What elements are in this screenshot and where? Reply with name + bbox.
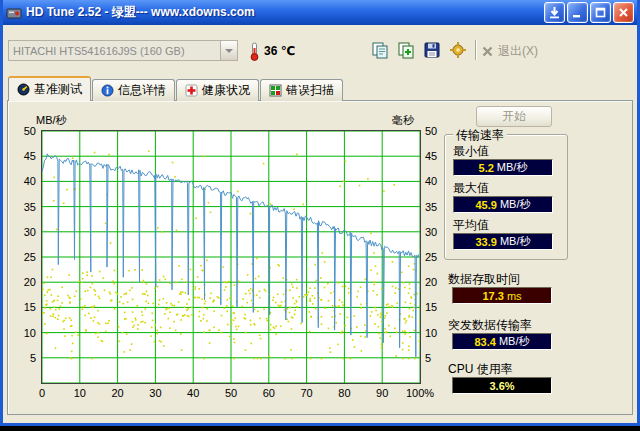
tab-health[interactable]: 健康状况	[176, 79, 259, 101]
y-tick-left: 20	[12, 277, 36, 288]
avg-unit: MB/秒	[500, 234, 531, 249]
exit-button[interactable]: 退出(X)	[481, 40, 538, 62]
thermometer-icon	[249, 42, 260, 61]
x-tick: 60	[253, 388, 285, 399]
access-time-unit: ms	[507, 290, 522, 302]
min-value-box: 5.2 MB/秒	[453, 159, 553, 176]
max-label: 最大值	[453, 180, 489, 197]
save-icon	[423, 41, 441, 59]
minimize-button[interactable]	[567, 2, 588, 23]
close-button[interactable]	[613, 2, 634, 23]
x-tick: 100%	[404, 388, 436, 399]
y-tick-left: 45	[12, 151, 36, 162]
cpu-usage-value: 3.6%	[489, 380, 514, 392]
hdtune-window: HD Tune 2.52 - 绿盟--- www.xdowns.com HITA…	[0, 0, 640, 426]
download-icon	[548, 6, 561, 19]
y-tick-left: 10	[12, 328, 36, 339]
burst-rate-unit: MB/秒	[499, 334, 530, 349]
maximize-button[interactable]	[590, 2, 611, 23]
min-value: 5.2	[479, 162, 494, 174]
x-tick: 40	[177, 388, 209, 399]
x-tick: 90	[366, 388, 398, 399]
avg-value: 33.9	[476, 236, 497, 248]
access-time-value: 17.3	[482, 290, 503, 302]
burst-rate-label: 突发数据传输率	[448, 317, 532, 334]
y-tick-right: 5	[425, 353, 449, 364]
x-tick: 0	[26, 388, 58, 399]
cpu-usage-label: CPU 使用率	[448, 361, 513, 378]
toolbar-separator	[475, 40, 477, 60]
start-button[interactable]: 开始	[476, 106, 552, 127]
x-tick: 30	[139, 388, 171, 399]
y-tick-left: 30	[12, 227, 36, 238]
titlebar-buttons	[544, 2, 634, 23]
options-button[interactable]	[446, 38, 470, 62]
max-value: 45.9	[476, 199, 497, 211]
x-tick: 50	[215, 388, 247, 399]
x-tick: 80	[328, 388, 360, 399]
copy-image-button[interactable]	[368, 38, 392, 62]
benchmark-panel: 开始 MB/秒 毫秒 50504545404035353030252520201…	[7, 100, 633, 415]
exit-icon	[481, 45, 494, 58]
max-value-box: 45.9 MB/秒	[453, 196, 553, 213]
tab-health-label: 健康状况	[202, 82, 250, 99]
exit-label: 退出(X)	[498, 43, 538, 60]
benchmark-chart	[41, 130, 421, 384]
copy-text-icon	[397, 41, 415, 59]
avg-label: 平均值	[453, 217, 489, 234]
titlebar[interactable]: HD Tune 2.52 - 绿盟--- www.xdowns.com	[3, 0, 637, 25]
tab-benchmark-label: 基准测试	[34, 81, 82, 98]
min-unit: MB/秒	[497, 160, 528, 175]
drive-select-arrow[interactable]	[220, 41, 237, 60]
temperature-indicator: 36 ℃	[249, 41, 295, 61]
app-icon	[6, 5, 22, 21]
screen: HD Tune 2.52 - 绿盟--- www.xdowns.com HITA…	[0, 0, 640, 431]
max-unit: MB/秒	[500, 197, 531, 212]
y-tick-left: 25	[12, 252, 36, 263]
y-tick-right: 10	[425, 328, 449, 339]
avg-value-box: 33.9 MB/秒	[453, 233, 553, 250]
tab-error-scan[interactable]: 错误扫描	[260, 79, 343, 101]
tab-info-label: 信息详情	[118, 82, 166, 99]
burst-rate-value-box: 83.4 MB/秒	[452, 333, 552, 350]
y-tick-left: 40	[12, 176, 36, 187]
options-icon	[449, 41, 467, 59]
scan-grid-icon	[269, 84, 282, 97]
tab-benchmark[interactable]: 基准测试	[8, 76, 91, 101]
burst-rate-value: 83.4	[475, 336, 496, 348]
download-button[interactable]	[544, 2, 565, 23]
tab-error-scan-label: 错误扫描	[286, 82, 334, 99]
save-button[interactable]	[420, 38, 444, 62]
temperature-value: 36 ℃	[264, 44, 295, 58]
transfer-rate-group-title: 传输速率	[453, 127, 507, 144]
min-label: 最小值	[453, 143, 489, 160]
window-title: HD Tune 2.52 - 绿盟--- www.xdowns.com	[26, 4, 255, 21]
y-tick-left: 50	[12, 126, 36, 137]
y-tick-right: 15	[425, 302, 449, 313]
maximize-icon	[594, 6, 607, 19]
access-time-value-box: 17.3 ms	[452, 287, 552, 304]
x-tick: 10	[64, 388, 96, 399]
transfer-rate-group: 传输速率 最小值 5.2 MB/秒 最大值 45.9 MB/秒 平均值 33.9…	[444, 134, 568, 260]
y-right-axis-label: 毫秒	[392, 113, 414, 128]
x-tick: 70	[291, 388, 323, 399]
drive-select[interactable]: HITACHI HTS541616J9S (160 GB)	[8, 40, 238, 61]
y-left-axis-label: MB/秒	[36, 113, 67, 128]
minimize-icon	[571, 6, 584, 19]
health-cross-icon	[185, 84, 198, 97]
info-icon	[101, 84, 114, 97]
chevron-down-icon	[225, 49, 233, 53]
y-tick-left: 35	[12, 202, 36, 213]
y-tick-left: 5	[12, 353, 36, 364]
tab-strip: 基准测试 信息详情 健康状况 错误扫描	[8, 76, 344, 101]
y-tick-left: 15	[12, 302, 36, 313]
copy-text-button[interactable]	[394, 38, 418, 62]
cpu-usage-value-box: 3.6%	[452, 377, 552, 394]
y-tick-right: 20	[425, 277, 449, 288]
gauge-icon	[17, 83, 30, 96]
copy-image-icon	[371, 41, 389, 59]
tab-info[interactable]: 信息详情	[92, 79, 175, 101]
access-time-label: 数据存取时间	[448, 271, 520, 288]
drive-select-value: HITACHI HTS541616J9S (160 GB)	[9, 45, 220, 57]
x-tick: 20	[102, 388, 134, 399]
